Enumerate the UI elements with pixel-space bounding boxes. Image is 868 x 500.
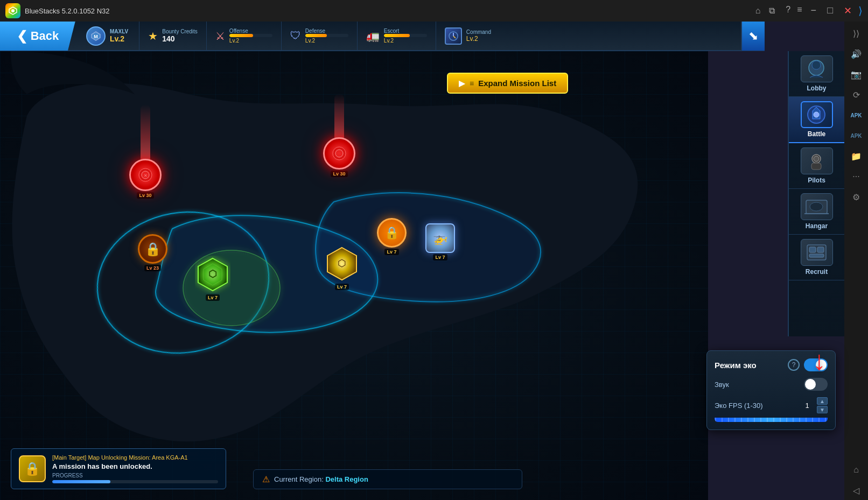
maxlv-text: MAXLV Lv.2 [110, 29, 128, 43]
defense-stat: 🛡 Defense Lv.2 [282, 22, 358, 50]
svg-point-1 [11, 9, 15, 12]
command-button[interactable]: Command Lv.2 [436, 22, 500, 50]
panel-item-lobby[interactable]: Lobby [789, 51, 844, 97]
sidebar-apk-icon[interactable]: APK [846, 105, 866, 125]
sidebar-back-icon[interactable]: ◁ [846, 481, 866, 500]
eco-sound-toggle[interactable] [804, 378, 828, 391]
notification-message: A mission has been unlocked. [52, 462, 218, 470]
bounty-label: Bounty Credits [162, 29, 198, 34]
back-button[interactable]: ❮ Back [0, 21, 75, 51]
eco-fps-controls: ▲ ▼ [817, 397, 828, 413]
svg-text:M: M [94, 34, 98, 39]
svg-point-27 [810, 202, 823, 211]
maxlv-label: MAXLV [110, 29, 128, 34]
eco-help-icon[interactable]: ? [788, 359, 800, 371]
svg-point-13 [335, 150, 343, 157]
recruit-label: Recruit [806, 268, 828, 276]
region-name: Delta Region [325, 475, 368, 483]
hangar-icon [801, 193, 833, 220]
mission-node-6[interactable]: 🔒 Lv 7 [377, 218, 407, 255]
command-level: Lv.2 [466, 35, 491, 43]
sidebar-settings-icon[interactable]: ⚙ [846, 187, 866, 207]
region-label: Current Region: [274, 475, 324, 483]
star-icon: ★ [148, 30, 158, 43]
svg-point-24 [814, 156, 819, 161]
play-icon: ▶ [459, 78, 465, 88]
bounty-info: Bounty Credits 140 [162, 29, 198, 43]
eco-fps-down[interactable]: ▼ [817, 406, 828, 413]
pilots-label: Pilots [808, 177, 825, 184]
sidebar-more-icon[interactable]: ··· [846, 167, 866, 186]
sidebar-volume-icon[interactable]: 🔊 [846, 44, 866, 64]
vehicle-node: 🚁 [425, 223, 455, 253]
sidebar-folder-icon[interactable]: 📁 [846, 146, 866, 166]
home-icon[interactable]: ⌂ [755, 6, 761, 16]
eco-title: Режим эко [715, 361, 788, 370]
mission-node-1[interactable]: ✕ Lv 30 [129, 159, 162, 199]
offense-bar-fill [229, 34, 253, 37]
escort-icon: 🚛 [366, 30, 380, 43]
multi-instance-icon[interactable]: ⧉ [769, 6, 775, 16]
svg-point-22 [814, 112, 819, 117]
node-level-4: Lv 7 [206, 294, 220, 301]
node-level-5: Lv 7 [335, 284, 349, 290]
map-area[interactable]: ✕ Lv 30 Lv 30 🔒 Lv 23 [0, 51, 708, 500]
eco-title-row: Режим эко ? [715, 358, 828, 371]
red-arrow-indicator: ↓ [813, 345, 826, 376]
eco-progress-bar [715, 418, 828, 422]
back-label: Back [31, 29, 59, 43]
help-icon[interactable]: ? [786, 5, 790, 17]
eco-fps-label: Эко FPS (1-30) [715, 402, 802, 410]
svg-text:✕: ✕ [144, 173, 148, 178]
node-level-2: Lv 30 [331, 171, 347, 177]
eco-fps-up[interactable]: ▲ [817, 397, 828, 405]
svg-text:⬡: ⬡ [208, 269, 217, 279]
toolbar-arrow-icon[interactable]: ⬊ [741, 21, 765, 51]
region-warning-icon: ⚠ [262, 474, 270, 484]
eco-sound-label: Звук [715, 381, 804, 389]
sidebar-home-icon[interactable]: ⌂ [846, 460, 866, 480]
sidebar-screenshot-icon[interactable]: 📷 [846, 65, 866, 84]
bluestacks-logo [5, 3, 20, 18]
minimize-button[interactable]: − [809, 5, 819, 17]
escort-bar-container: Escort Lv.2 [384, 28, 427, 44]
expand-mission-button[interactable]: ▶ ≡ Expand Mission List [447, 73, 568, 94]
panel-item-hangar[interactable]: Hangar [789, 189, 844, 235]
mission-node-3[interactable]: 🔒 Lv 23 [138, 234, 167, 271]
sidebar-rotate-icon[interactable]: ⟳ [846, 85, 866, 104]
defense-bar [305, 34, 348, 37]
sidebar-apk2-icon[interactable]: APK [846, 126, 866, 145]
maximize-button[interactable]: □ [825, 5, 835, 17]
svg-line-6 [453, 36, 456, 38]
svg-rect-25 [811, 163, 821, 170]
game-right-panel: Lobby Battle Pilots [788, 51, 844, 336]
mission-node-4[interactable]: ⬡ Lv 7 [194, 256, 232, 301]
mission-node-2[interactable]: Lv 30 [323, 137, 355, 177]
offense-icon: ⚔ [215, 30, 225, 43]
close-button[interactable]: ✕ [842, 5, 854, 17]
bluestacks-right-sidebar: ⟩⟩ 🔊 📷 ⟳ APK APK 📁 ··· ⚙ ⌂ ◁ [844, 22, 868, 500]
menu-icon[interactable]: ≡ [797, 5, 802, 17]
defense-level: Lv.2 [305, 38, 348, 44]
command-icon [445, 27, 462, 45]
panel-item-pilots[interactable]: Pilots [789, 143, 844, 189]
titlebar: BlueStacks 5.2.0.1052 N32 ⌂ ⧉ ? ≡ − □ ✕ … [0, 0, 868, 22]
notification-progress-bar [52, 480, 218, 483]
panel-item-recruit[interactable]: Recruit [789, 235, 844, 280]
sidebar-expand-icon[interactable]: ⟩⟩ [846, 24, 866, 43]
orange-lock-node: 🔒 [377, 218, 407, 248]
mission-node-7[interactable]: 🚁 Lv 7 [425, 223, 455, 260]
svg-rect-31 [817, 247, 824, 252]
offense-level: Lv.2 [229, 38, 272, 44]
svg-rect-30 [809, 247, 816, 252]
notification-progress-fill [52, 480, 110, 483]
mission-node-5[interactable]: ⬡ Lv 7 [323, 245, 361, 290]
green-hex-node: ⬡ [194, 256, 232, 293]
maxlv-icon: M [86, 26, 106, 46]
panel-item-battle[interactable]: Battle [789, 97, 844, 143]
escort-bar-fill [384, 34, 410, 37]
expand-sidebar-icon[interactable]: ⟩ [858, 4, 863, 17]
command-info: Command Lv.2 [466, 29, 491, 43]
bottom-notification: 🔒 [Main Target] Map Unlocking Mission: A… [11, 448, 226, 489]
notification-content: [Main Target] Map Unlocking Mission: Are… [52, 454, 218, 483]
